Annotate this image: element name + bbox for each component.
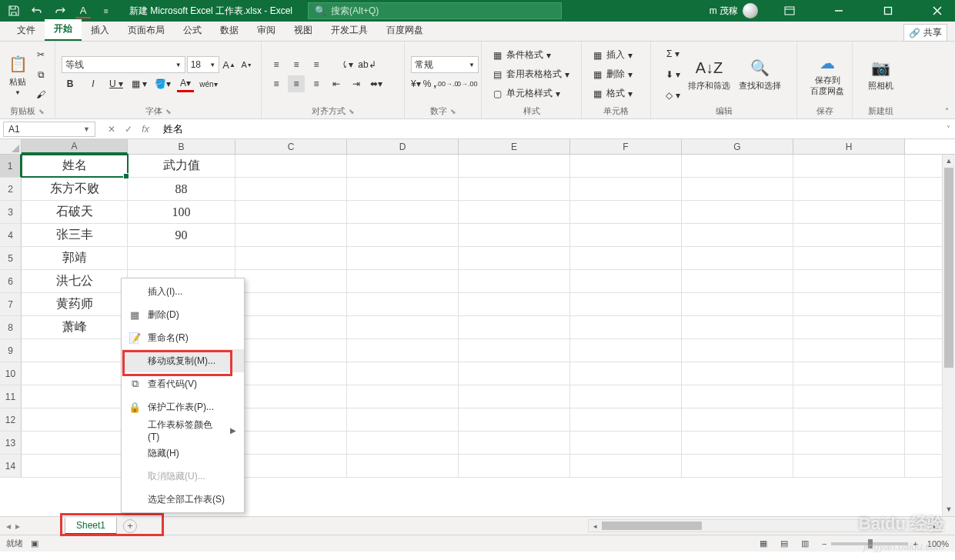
cell-A9[interactable] — [22, 339, 128, 362]
name-box[interactable]: A1▼ — [3, 122, 95, 137]
cell-E12[interactable] — [459, 408, 570, 431]
row-header[interactable]: 14 — [0, 455, 22, 477]
delete-cells-button[interactable]: ▦删除 ▾ — [588, 66, 644, 82]
cell-D9[interactable] — [347, 339, 459, 362]
select-all-button[interactable] — [0, 139, 22, 154]
align-middle-icon[interactable]: ≡ — [288, 56, 305, 73]
qat-more-icon[interactable]: ≡ — [99, 3, 114, 18]
cell-H8[interactable] — [793, 316, 905, 338]
horizontal-scrollbar[interactable]: ◂ ▸ — [588, 519, 942, 532]
cell-A6[interactable]: 洪七公 — [22, 270, 128, 292]
cell-C12[interactable] — [235, 408, 347, 431]
cell-F6[interactable] — [570, 270, 682, 292]
scroll-right-icon[interactable]: ▸ — [928, 522, 941, 530]
cell-E13[interactable] — [459, 432, 570, 454]
align-bottom-icon[interactable]: ≡ — [308, 56, 325, 73]
copy-icon[interactable]: ⧉ — [32, 66, 49, 83]
cell-C3[interactable] — [235, 201, 347, 223]
row-header[interactable]: 8 — [0, 316, 22, 338]
cell-C2[interactable] — [235, 178, 347, 200]
collapse-ribbon-icon[interactable]: ˄ — [945, 107, 949, 115]
cell-A2[interactable]: 东方不败 — [22, 178, 128, 200]
decrease-font-icon[interactable]: A▼ — [239, 56, 255, 73]
number-format-combo[interactable]: 常规▼ — [411, 56, 479, 73]
tab-insert[interactable]: 插入 — [82, 21, 119, 41]
cell-C7[interactable] — [235, 293, 347, 315]
font-color-qat-icon[interactable]: A — [75, 3, 91, 18]
cell-D14[interactable] — [347, 455, 459, 477]
conditional-format-button[interactable]: ▦条件格式 ▾ — [488, 47, 575, 63]
row-header[interactable]: 1 — [0, 155, 22, 177]
italic-icon[interactable]: I — [85, 75, 102, 92]
cell-G8[interactable] — [682, 316, 793, 338]
col-header-G[interactable]: G — [682, 139, 793, 154]
ctx-delete[interactable]: ▦删除(D) — [122, 303, 244, 326]
redo-icon[interactable] — [52, 3, 68, 18]
format-as-table-button[interactable]: ▤套用表格格式 ▾ — [488, 66, 575, 82]
h-scroll-thumb[interactable] — [602, 522, 702, 530]
cell-F7[interactable] — [570, 293, 682, 315]
cell-F4[interactable] — [570, 224, 682, 246]
cell-E10[interactable] — [459, 362, 570, 385]
align-top-icon[interactable]: ≡ — [268, 56, 285, 73]
row-header[interactable]: 12 — [0, 408, 22, 431]
cell-F2[interactable] — [570, 178, 682, 200]
cell-G3[interactable] — [682, 201, 793, 223]
expand-formula-icon[interactable]: ˅ — [941, 125, 955, 133]
cell-B5[interactable] — [128, 247, 235, 269]
cancel-formula-icon[interactable]: ✕ — [105, 124, 119, 135]
enter-formula-icon[interactable]: ✓ — [122, 124, 135, 135]
cell-B2[interactable]: 88 — [128, 178, 235, 200]
new-sheet-button[interactable]: + — [123, 519, 137, 533]
namebox-dropdown-icon[interactable]: ▼ — [83, 125, 90, 133]
percent-icon[interactable]: % — [423, 75, 432, 92]
row-header[interactable]: 13 — [0, 432, 22, 454]
cell-F8[interactable] — [570, 316, 682, 338]
font-size-combo[interactable]: 18▼ — [187, 56, 219, 73]
sort-filter-button[interactable]: A↓Z 排序和筛选 — [686, 54, 733, 95]
minimize-button[interactable] — [821, 0, 856, 22]
normal-view-icon[interactable]: ▦ — [754, 538, 773, 548]
cell-C5[interactable] — [235, 247, 347, 269]
cell-F13[interactable] — [570, 432, 682, 454]
cell-E1[interactable] — [459, 155, 570, 177]
wrap-text-icon[interactable]: ab↲ — [359, 56, 376, 73]
scroll-up-icon[interactable]: ▲ — [943, 155, 955, 168]
camera-button[interactable]: 📷 照相机 — [859, 54, 902, 95]
cell-C9[interactable] — [235, 339, 347, 362]
row-header[interactable]: 3 — [0, 201, 22, 223]
cell-E2[interactable] — [459, 178, 570, 200]
ctx-select-all[interactable]: 选定全部工作表(S) — [122, 488, 244, 511]
align-right-icon[interactable]: ≡ — [308, 75, 325, 92]
align-center-icon[interactable]: ≡ — [288, 75, 305, 92]
cell-E6[interactable] — [459, 270, 570, 292]
orientation-icon[interactable]: ⤹▾ — [339, 56, 356, 73]
cell-F14[interactable] — [570, 455, 682, 477]
save-to-baidu-button[interactable]: ☁ 保存到 百度网盘 — [803, 49, 851, 98]
cell-G11[interactable] — [682, 385, 793, 408]
row-header[interactable]: 5 — [0, 247, 22, 269]
font-color-icon[interactable]: A▾ — [177, 75, 194, 92]
paste-button[interactable]: 📋 粘贴 ▼ — [5, 50, 30, 99]
col-header-H[interactable]: H — [793, 139, 905, 154]
cell-H6[interactable] — [793, 270, 905, 292]
ctx-insert[interactable]: 插入(I)... — [122, 280, 244, 303]
col-header-A[interactable]: A — [22, 139, 128, 154]
cell-A7[interactable]: 黄药师 — [22, 293, 128, 315]
increase-font-icon[interactable]: A▲ — [221, 56, 237, 73]
cell-E14[interactable] — [459, 455, 570, 477]
col-header-D[interactable]: D — [347, 139, 459, 154]
underline-icon[interactable]: U ▾ — [108, 75, 125, 92]
format-painter-icon[interactable]: 🖌 — [32, 86, 49, 103]
align-left-icon[interactable]: ≡ — [268, 75, 285, 92]
cell-D11[interactable] — [347, 385, 459, 408]
row-header[interactable]: 2 — [0, 178, 22, 200]
ctx-protect[interactable]: 🔒保护工作表(P)... — [122, 395, 244, 418]
user-account[interactable]: m 茂稼 — [710, 3, 758, 18]
cell-H9[interactable] — [793, 339, 905, 362]
fill-color-icon[interactable]: 🪣▾ — [154, 75, 171, 92]
cell-G7[interactable] — [682, 293, 793, 315]
v-scroll-thumb[interactable] — [944, 168, 953, 368]
cell-D3[interactable] — [347, 201, 459, 223]
cell-A3[interactable]: 石破天 — [22, 201, 128, 223]
